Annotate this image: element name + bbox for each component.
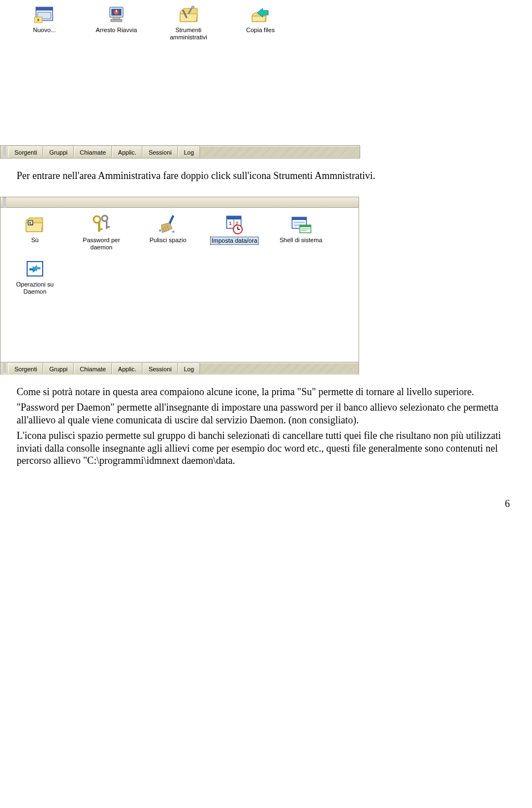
main-toolbar: Nuovo... Arresto Riavvia Strument [0, 0, 532, 45]
broom-icon [157, 213, 179, 236]
daemon-ops-icon [24, 258, 46, 280]
svg-rect-10 [116, 10, 117, 12]
body-text-2: Come si potrà notare in questa area comp… [0, 375, 532, 482]
svg-rect-7 [113, 17, 120, 19]
panel-label: Password per daemon [76, 237, 127, 251]
toolbar-item-arresto[interactable]: Arresto Riavvia [89, 4, 144, 41]
svg-rect-42 [301, 228, 310, 229]
tab-chiamate[interactable]: Chiamate [74, 146, 112, 157]
paragraph: "Password per Daemon" permette all'inseg… [17, 401, 513, 426]
toolbar-item-copia[interactable]: Copia files [233, 4, 288, 41]
svg-rect-1 [36, 7, 53, 11]
tab-filler [200, 364, 359, 374]
keys-icon [90, 213, 112, 236]
panel-label-selected: Imposta data/ora [210, 237, 259, 245]
svg-point-4 [37, 19, 39, 21]
tab-grip [3, 364, 6, 374]
panel-label: Operazioni su Daemon [9, 281, 60, 295]
svg-text:1: 1 [229, 221, 232, 226]
folder-up-icon: t.. [24, 213, 46, 236]
tab-chiamate[interactable]: Chiamate [74, 363, 112, 374]
panel-toolbar [1, 197, 359, 208]
paragraph: Per entrare nell'area Amministrativa far… [17, 170, 513, 182]
svg-rect-18 [98, 228, 103, 230]
panel-label: Pulisci spazio [150, 237, 187, 244]
tab-bar-top: Sorgenti Gruppi Chiamate Applic. Session… [0, 145, 360, 158]
svg-rect-21 [106, 226, 110, 228]
page-number: 6 [0, 482, 532, 521]
tab-grip [3, 147, 6, 157]
svg-text:t..: t.. [29, 221, 33, 226]
toolbar-label: Strumenti amministrativi [161, 27, 216, 41]
panel-label: Sù [31, 237, 38, 244]
calendar-clock-icon: 1 2 [223, 213, 245, 236]
panel-item-imposta[interactable]: 1 2 Imposta data/ora [209, 213, 260, 251]
tab-sessioni[interactable]: Sessioni [142, 363, 178, 374]
tab-log[interactable]: Log [178, 146, 200, 157]
tab-filler [200, 147, 360, 157]
panel-item-pulisci[interactable]: Pulisci spazio [142, 213, 193, 251]
svg-rect-43 [301, 230, 306, 231]
tab-applic[interactable]: Applic. [112, 363, 142, 374]
panel-label: Shell di sistema [279, 237, 322, 244]
tab-bar-bottom: Sorgenti Gruppi Chiamate Applic. Session… [1, 362, 359, 375]
icon-panel: t.. Sù Password per daemon [0, 197, 359, 375]
new-window-icon [33, 4, 55, 24]
panel-icons: t.. Sù Password per daemon [1, 208, 359, 362]
toolbar-label: Nuovo... [33, 27, 56, 34]
copy-files-icon [249, 4, 272, 24]
svg-rect-29 [227, 216, 241, 219]
admin-tools-icon [177, 4, 200, 24]
svg-rect-37 [292, 217, 306, 220]
tab-grip [3, 197, 6, 207]
svg-rect-41 [300, 225, 311, 227]
svg-rect-8 [111, 19, 122, 22]
toolbar-item-nuovo[interactable]: Nuovo... [17, 4, 72, 41]
tab-applic[interactable]: Applic. [112, 146, 142, 157]
svg-rect-17 [98, 222, 100, 232]
panel-item-shell[interactable]: Shell di sistema [275, 213, 326, 251]
panel-item-operazioni[interactable]: Operazioni su Daemon [9, 258, 60, 295]
tab-sorgenti[interactable]: Sorgenti [8, 146, 43, 157]
paragraph: Come si potrà notare in questa area comp… [17, 386, 513, 398]
svg-point-12 [191, 6, 195, 9]
toolbar-label: Copia files [246, 27, 274, 34]
panel-item-su[interactable]: t.. Sù [9, 213, 60, 251]
toolbar-label: Arresto Riavvia [96, 27, 137, 34]
toolbar-item-strumenti[interactable]: Strumenti amministrativi [161, 4, 216, 41]
svg-rect-38 [294, 222, 305, 223]
paragraph: L'icona pulisci spazio permette sul grup… [17, 429, 513, 467]
body-text-1: Per entrare nell'area Amministrativa far… [0, 158, 532, 197]
tab-log[interactable]: Log [178, 363, 200, 374]
svg-point-26 [159, 229, 161, 232]
tab-sorgenti[interactable]: Sorgenti [8, 363, 43, 374]
tab-sessioni[interactable]: Sessioni [142, 146, 178, 157]
panel-item-password[interactable]: Password per daemon [76, 213, 127, 251]
svg-point-27 [172, 231, 175, 233]
shell-window-icon [290, 213, 312, 236]
tab-gruppi[interactable]: Gruppi [43, 146, 74, 157]
monitor-shutdown-icon [105, 4, 127, 24]
tab-gruppi[interactable]: Gruppi [43, 363, 74, 374]
